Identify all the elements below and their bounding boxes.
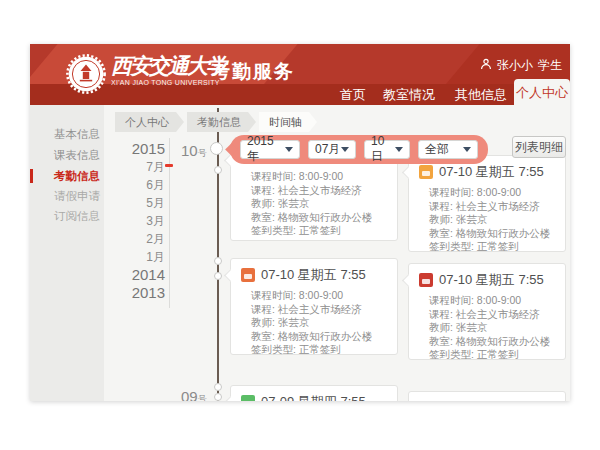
sidebar: 基本信息 课表信息 考勤信息 请假申请 订阅信息 — [30, 105, 104, 401]
card-field: 教室: 格物致知行政办公楼 — [251, 211, 389, 225]
card-field: 课程时间: 8:00-9:00 — [251, 170, 389, 184]
calendar-icon — [241, 395, 255, 401]
timeline-dot — [214, 257, 222, 265]
list-detail-button[interactable]: 列表明细 — [512, 136, 566, 158]
card-field: 教师: 张芸京 — [429, 213, 557, 227]
card-field: 教室: 格物致知行政办公楼 — [429, 227, 557, 241]
card-field: 教室: 格物致知行政办公楼 — [429, 335, 557, 349]
sidebar-item-schedule-info[interactable]: 课表信息 — [30, 146, 104, 164]
sidebar-item-attendance-info[interactable]: 考勤信息 — [30, 167, 104, 185]
card-field: 教师: 张芸京 — [251, 197, 389, 211]
user-icon — [480, 58, 492, 73]
user-role: 学生 — [538, 57, 562, 74]
card-field: 课程时间: 8:00-9:00 — [251, 289, 389, 303]
attendance-card — [408, 391, 566, 401]
year-select[interactable]: 2015年 — [240, 140, 300, 159]
card-field: 课程时间: 8:00-9:00 — [429, 186, 557, 200]
breadcrumb-attendance-info[interactable]: 考勤信息 — [187, 112, 256, 132]
card-date-title: 07-10 星期五 7:55 — [261, 266, 366, 284]
timeline-month-7[interactable]: 7月 — [118, 158, 165, 176]
card-field: 教师: 张芸京 — [429, 321, 557, 335]
breadcrumb: 个人中心 考勤信息 时间轴 — [115, 112, 317, 132]
sidebar-item-leave-request[interactable]: 请假申请 — [30, 187, 104, 205]
timeline-month-1[interactable]: 1月 — [118, 248, 165, 266]
timeline-year-month-nav: 2015 7月 6月 5月 3月 2月 1月 2014 2013 — [118, 140, 165, 302]
timeline-month-6[interactable]: 6月 — [118, 176, 165, 194]
day-label-09: 09号 — [181, 388, 207, 401]
timeline-year-2015[interactable]: 2015 — [118, 140, 165, 158]
app-header: 西安交通大学 XI'AN JIAO TONG UNIVERSITY 考勤服务 张… — [30, 44, 570, 105]
chevron-down-icon — [463, 147, 471, 152]
university-name-en: XI'AN JIAO TONG UNIVERSITY — [111, 79, 225, 86]
timeline-dot — [214, 393, 222, 401]
timeline-dot — [214, 383, 222, 391]
timeline-month-5[interactable]: 5月 — [118, 194, 165, 212]
card-field: 签到类型: 正常签到 — [429, 240, 557, 254]
chevron-down-icon — [341, 147, 349, 152]
card-field: 教室: 格物致知行政办公楼 — [251, 330, 389, 344]
timeline-month-3[interactable]: 3月 — [118, 212, 165, 230]
card-field: 教师: 张芸京 — [251, 316, 389, 330]
app-title: 考勤服务 — [211, 59, 295, 85]
timeline-dot — [214, 166, 222, 174]
sidebar-item-basic-info[interactable]: 基本信息 — [30, 125, 104, 143]
breadcrumb-personal-center[interactable]: 个人中心 — [115, 112, 184, 132]
scope-select[interactable]: 全部 — [418, 140, 478, 159]
card-field: 签到类型: 正常签到 — [429, 348, 557, 362]
stamp-icon — [419, 273, 433, 287]
timeline-year-2014[interactable]: 2014 — [118, 266, 165, 284]
app-window: 西安交通大学 XI'AN JIAO TONG UNIVERSITY 考勤服务 张… — [30, 44, 570, 401]
card-field: 课程时间: 8:00-9:00 — [429, 294, 557, 308]
nav-classroom[interactable]: 教室情况 — [383, 84, 435, 105]
nav-personal-center-tab[interactable]: 个人中心 — [514, 79, 570, 105]
timeline-dot — [214, 272, 222, 280]
timeline-dot — [210, 142, 223, 155]
card-field: 课程: 社会主义市场经济 — [429, 308, 557, 322]
card-field: 签到类型: 正常签到 — [251, 224, 389, 238]
card-field: 签到类型: 正常签到 — [251, 343, 389, 357]
day-label-10: 10号 — [181, 142, 207, 160]
card-field: 课程: 社会主义市场经济 — [429, 200, 557, 214]
day-select[interactable]: 10日 — [364, 140, 410, 159]
calendar-icon — [419, 165, 433, 179]
user-name: 张小小 — [497, 57, 533, 74]
user-info[interactable]: 张小小 学生 — [480, 57, 562, 74]
timeline-month-2[interactable]: 2月 — [118, 230, 165, 248]
sidebar-item-subscription-info[interactable]: 订阅信息 — [30, 207, 104, 225]
breadcrumb-timeline[interactable]: 时间轴 — [259, 112, 317, 132]
date-filter-bar: 2015年 07月 10日 全部 — [230, 135, 488, 164]
university-logo-icon — [66, 54, 106, 94]
card-date-title: 07-09 星期四 7:55 — [261, 393, 366, 401]
nav-bar: 首页 教室情况 其他信息 — [30, 84, 570, 105]
chevron-down-icon — [285, 147, 293, 152]
attendance-card: 07-10 星期五 7:55 课程时间: 8:00-9:00 课程: 社会主义市… — [408, 263, 566, 360]
card-field: 课程: 社会主义市场经济 — [251, 303, 389, 317]
calendar-icon — [241, 268, 255, 282]
attendance-card: 07-10 星期五 7:55 课程时间: 8:00-9:00 课程: 社会主义市… — [408, 155, 566, 252]
attendance-card: 07-09 星期四 7:55 — [230, 385, 398, 401]
card-date-title: 07-10 星期五 7:55 — [439, 163, 544, 181]
current-month-marker — [165, 164, 173, 167]
card-date-title: 07-10 星期五 7:55 — [439, 271, 544, 289]
month-select[interactable]: 07月 — [308, 140, 356, 159]
attendance-card: 07-10 星期五 7:55 课程时间: 8:00-9:00 课程: 社会主义市… — [230, 258, 398, 355]
chevron-down-icon — [395, 147, 403, 152]
timeline-year-2013[interactable]: 2013 — [118, 284, 165, 302]
nav-other-info[interactable]: 其他信息 — [455, 84, 507, 105]
nav-home[interactable]: 首页 — [340, 84, 366, 105]
university-name: 西安交通大学 XI'AN JIAO TONG UNIVERSITY — [111, 53, 225, 86]
card-field: 课程: 社会主义市场经济 — [251, 184, 389, 198]
university-name-zh: 西安交通大学 — [111, 53, 225, 79]
